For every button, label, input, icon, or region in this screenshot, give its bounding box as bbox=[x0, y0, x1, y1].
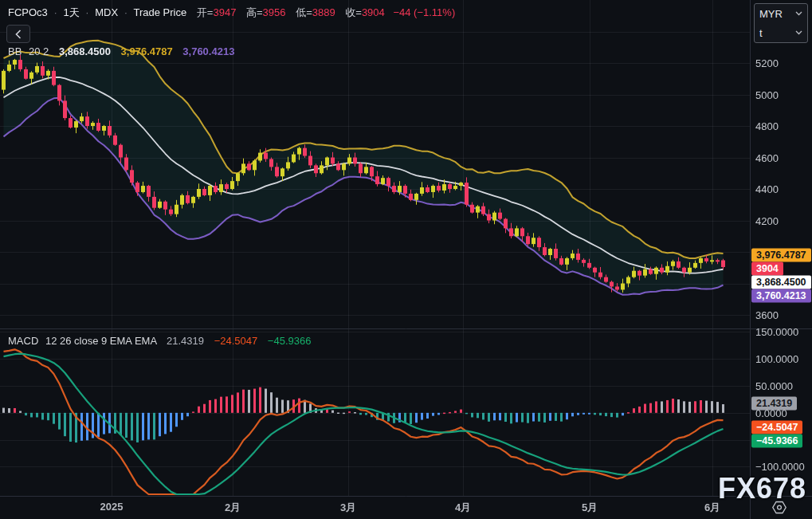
macd-tag: −24.5047 bbox=[751, 421, 802, 434]
separator-dot: · bbox=[85, 6, 88, 18]
macd-params: 12 26 close 9 EMA EMA bbox=[45, 335, 156, 347]
price-tick-5000: 5000 bbox=[755, 88, 779, 100]
bb-title: BB bbox=[8, 45, 22, 57]
chart-canvas[interactable] bbox=[0, 0, 812, 519]
chevron-down-icon bbox=[795, 11, 802, 16]
watermark-fx678: FX678 bbox=[718, 472, 806, 505]
time-label-5月: 5月 bbox=[582, 501, 598, 515]
high-value: 3956 bbox=[263, 6, 286, 18]
unit-value: t bbox=[759, 27, 763, 39]
price-tick-3600: 3600 bbox=[755, 309, 779, 321]
macd-legend: MACD 12 26 close 9 EMA EMA 21.4319 −24.5… bbox=[8, 335, 311, 347]
bb-params: 20 2 bbox=[29, 45, 49, 57]
price-tick-4200: 4200 bbox=[755, 214, 779, 226]
macd-tick-150: 150.0000 bbox=[755, 326, 798, 338]
price-tag: 3,760.4213 bbox=[751, 289, 811, 303]
macd-hist-value: 21.4319 bbox=[167, 335, 204, 347]
low-label: 低= bbox=[296, 6, 312, 18]
exchange-label: MDX bbox=[95, 6, 118, 18]
close-label: 收= bbox=[345, 6, 362, 18]
macd-tick-50: 50.0000 bbox=[755, 380, 793, 392]
price-tag: 3,868.4500 bbox=[751, 276, 811, 289]
low-value: 3889 bbox=[312, 6, 335, 18]
high-label: 高= bbox=[246, 6, 263, 18]
unit-select[interactable]: t bbox=[755, 23, 807, 42]
hexagon-logo-icon[interactable] bbox=[771, 501, 788, 514]
open-label: 开= bbox=[197, 6, 214, 18]
close-value: 3904 bbox=[362, 6, 385, 18]
trading-chart-app: FCPOc3 · 1天 · MDX · Trade Price 开=3947 高… bbox=[0, 0, 812, 519]
price-tick-4400: 4400 bbox=[755, 183, 779, 195]
currency-select[interactable]: MYR bbox=[755, 4, 807, 23]
symbol-name: FCPOc3 bbox=[8, 6, 48, 18]
time-label-3月: 3月 bbox=[340, 501, 356, 515]
macd-tag: −45.9366 bbox=[751, 434, 802, 448]
scale-selector: MYR t bbox=[754, 3, 808, 43]
time-label-6月: 6月 bbox=[704, 501, 720, 515]
price-tick-4600: 4600 bbox=[755, 151, 779, 163]
macd-signal-value: −45.9366 bbox=[268, 335, 312, 347]
macd-line-value: −24.5047 bbox=[214, 335, 258, 347]
series-type-label: Trade Price bbox=[134, 6, 187, 18]
macd-tick-100: 100.0000 bbox=[755, 353, 798, 365]
interval-label: 1天 bbox=[63, 6, 79, 18]
separator-dot: · bbox=[124, 6, 127, 18]
macd-tag: 21.4319 bbox=[751, 397, 797, 411]
macd-tick--100: −100.0000 bbox=[755, 461, 805, 473]
price-tick-4800: 4800 bbox=[755, 120, 779, 132]
bb-lower-value: 3,760.4213 bbox=[182, 45, 234, 57]
symbol-legend: FCPOc3 · 1天 · MDX · Trade Price 开=3947 高… bbox=[8, 6, 455, 20]
price-tag: 3904 bbox=[751, 262, 783, 276]
time-label-2025: 2025 bbox=[100, 501, 124, 513]
price-tag: 3,976.4787 bbox=[751, 249, 811, 262]
bb-upper-value: 3,976.4787 bbox=[121, 45, 173, 57]
change-value: −44 (−1.11%) bbox=[393, 6, 455, 18]
time-label-2月: 2月 bbox=[225, 501, 241, 515]
open-value: 3947 bbox=[213, 6, 236, 18]
chevron-down-icon bbox=[795, 30, 802, 35]
time-label-4月: 4月 bbox=[455, 501, 471, 515]
separator-dot: · bbox=[53, 6, 57, 18]
price-tick-5200: 5200 bbox=[755, 57, 779, 69]
currency-value: MYR bbox=[759, 8, 783, 20]
chevron-left-icon bbox=[15, 29, 22, 39]
back-button[interactable] bbox=[6, 25, 30, 43]
macd-title: MACD bbox=[8, 335, 38, 347]
bb-basis-value: 3,868.4500 bbox=[59, 45, 111, 57]
bb-legend: BB 20 2 3,868.4500 3,976.4787 3,760.4213 bbox=[8, 45, 234, 57]
